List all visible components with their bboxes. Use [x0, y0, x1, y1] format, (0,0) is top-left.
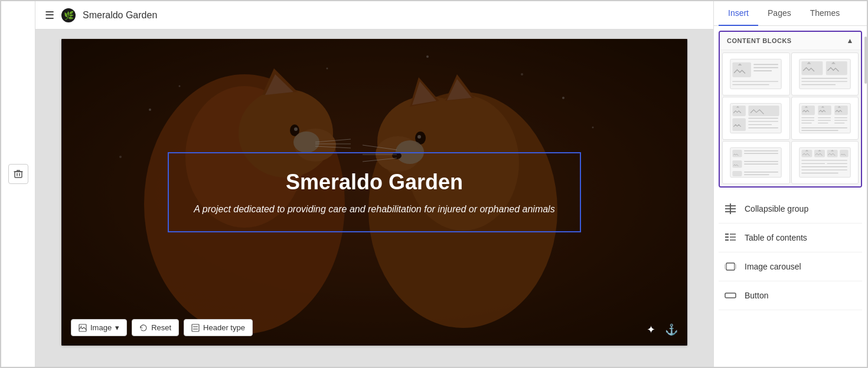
image-carousel-item[interactable]: Image carousel [719, 252, 862, 281]
panel-tabs: Insert Pages Themes [714, 1, 867, 26]
site-name: Smeraldo Garden [83, 10, 157, 21]
svg-rect-76 [834, 106, 848, 115]
tab-pages[interactable]: Pages [758, 1, 801, 26]
svg-rect-57 [826, 61, 847, 75]
svg-rect-106 [840, 150, 848, 157]
main-area: ☰ 🌿 Smeraldo Garden [35, 1, 713, 367]
button-label: Button [745, 291, 768, 300]
svg-rect-90 [733, 150, 742, 157]
anchor-icon[interactable]: ⚓ [665, 323, 678, 336]
collapse-icon[interactable]: ▲ [847, 37, 854, 45]
svg-rect-0 [15, 172, 22, 178]
reset-label: Reset [151, 323, 171, 332]
tab-insert[interactable]: Insert [719, 1, 758, 26]
image-button[interactable]: Image ▾ [71, 319, 127, 336]
svg-rect-72 [801, 106, 815, 115]
content-blocks-section: CONTENT BLOCKS ▲ [719, 31, 862, 188]
top-bar: ☰ 🌿 Smeraldo Garden [35, 1, 713, 29]
block-item-6[interactable] [791, 141, 859, 184]
left-sidebar [1, 1, 35, 367]
carousel-icon [723, 259, 738, 274]
collapsible-group-label: Collapsible group [745, 204, 808, 213]
svg-rect-124 [725, 264, 726, 269]
table-of-contents-label: Table of contents [745, 233, 807, 242]
image-dropdown-icon[interactable]: ▾ [115, 323, 119, 332]
special-items-list: Collapsible group Table of contents [714, 195, 867, 310]
page-canvas: Smeraldo Garden A project dedicated to p… [61, 39, 687, 346]
toc-icon [723, 231, 738, 245]
hero-bottom-icons: ✦ ⚓ [647, 323, 678, 336]
hero-title: Smeraldo Garden [192, 170, 556, 195]
scroll-indicator [864, 37, 867, 84]
svg-rect-123 [726, 263, 735, 270]
block-item-2[interactable] [791, 52, 859, 96]
hero-subtitle: A project dedicated to providing care an… [192, 204, 556, 215]
header-type-label: Header type [203, 323, 245, 332]
svg-rect-55 [801, 61, 823, 75]
button-item[interactable]: Button [719, 281, 862, 310]
svg-point-42 [81, 326, 82, 327]
collapsible-group-item[interactable]: Collapsible group [719, 195, 862, 224]
svg-rect-47 [733, 63, 752, 77]
block-item-4[interactable] [791, 97, 859, 140]
right-panel: Insert Pages Themes CONTENT BLOCKS ▲ [713, 1, 867, 367]
blocks-grid [720, 50, 861, 186]
svg-rect-125 [735, 264, 736, 269]
sparkle-icon[interactable]: ✦ [647, 323, 655, 336]
hamburger-icon[interactable]: ☰ [45, 9, 54, 22]
svg-rect-126 [725, 293, 736, 298]
image-carousel-label: Image carousel [745, 262, 801, 271]
svg-rect-43 [192, 324, 199, 331]
hero-toolbar: Image ▾ Reset Header type [71, 319, 253, 336]
content-blocks-header: CONTENT BLOCKS ▲ [720, 32, 861, 50]
collapsible-icon [723, 202, 738, 216]
tab-themes[interactable]: Themes [801, 1, 850, 26]
table-of-contents-item[interactable]: Table of contents [719, 224, 862, 252]
header-type-button[interactable]: Header type [184, 319, 253, 336]
svg-rect-96 [733, 171, 742, 176]
block-item-3[interactable] [722, 97, 790, 140]
reset-button[interactable]: Reset [132, 319, 179, 336]
canvas-area: Smeraldo Garden A project dedicated to p… [35, 29, 713, 367]
button-icon [723, 288, 738, 303]
logo-icon: 🌿 [61, 8, 76, 22]
svg-rect-93 [733, 160, 742, 168]
svg-rect-74 [818, 106, 831, 115]
hero-section[interactable]: Smeraldo Garden A project dedicated to p… [61, 39, 687, 346]
block-item-5[interactable] [722, 141, 790, 184]
delete-button[interactable] [8, 164, 28, 184]
block-item-1[interactable] [722, 52, 790, 96]
image-label: Image [90, 323, 112, 332]
hero-content-box[interactable]: Smeraldo Garden A project dedicated to p… [168, 152, 581, 232]
